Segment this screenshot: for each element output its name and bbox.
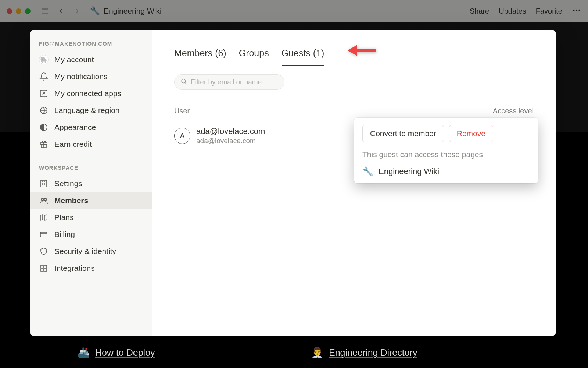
tab-guests[interactable]: Guests (1) [282,44,325,66]
shield-icon [39,247,49,256]
filter-input[interactable] [191,78,278,86]
sidebar-item-label: Language & region [54,106,120,115]
sidebar-heading-account: FIG@MAKENOTION.COM [30,38,152,51]
avatar-icon: 🐘 [39,55,49,64]
sidebar-item-members[interactable]: Members [30,192,152,209]
sidebar-item-label: Integrations [54,264,95,273]
svg-rect-17 [41,269,43,271]
remove-guest-button[interactable]: Remove [449,125,493,142]
background-page-item: 👨‍💼 Engineering Directory [311,347,417,359]
sidebar-item-label: Appearance [54,123,96,132]
page-link-label: Engineering Directory [329,347,417,358]
sidebar-item-label: Members [54,196,88,205]
popover-page-label: Engineering Wiki [379,167,439,176]
svg-point-13 [44,198,47,201]
popover-note: This guest can access these pages [362,150,530,159]
sidebar-item-integrations[interactable]: Integrations [30,260,152,277]
sidebar-item-label: Earn credit [54,140,92,149]
bell-icon [39,72,49,81]
sidebar-item-language-region[interactable]: Language & region [30,102,152,119]
page-link-label: How to Deploy [95,347,155,358]
page-emoji-icon: 🚢 [77,347,90,359]
building-icon [39,179,49,188]
map-icon [39,213,49,222]
svg-rect-15 [41,265,43,268]
sidebar-item-label: Settings [54,179,82,188]
sidebar-item-appearance[interactable]: Appearance [30,119,152,136]
tab-groups[interactable]: Groups [239,44,269,66]
sidebar-item-label: My connected apps [54,89,121,98]
svg-point-12 [42,198,44,201]
credit-card-icon [39,230,49,239]
guest-name: ada@lovelace.com [196,127,265,136]
column-access: Access level [493,107,534,115]
popover-page-item[interactable]: 🔧 Engineering Wiki [362,166,530,177]
sidebar-item-label: Security & identity [54,247,116,256]
tab-members[interactable]: Members (6) [174,44,226,66]
svg-rect-16 [44,265,47,268]
search-icon [180,78,187,86]
sidebar-item-billing[interactable]: Billing [30,226,152,243]
background-page-list: 🚢 How to Deploy 👨‍💼 Engineering Director… [0,336,588,365]
sidebar-item-plans[interactable]: Plans [30,209,152,226]
page-emoji-icon: 🔧 [362,166,373,177]
grid-icon [39,263,49,273]
svg-point-21 [182,79,186,83]
moon-icon [39,123,49,132]
guest-email: ada@lovelace.com [196,137,265,145]
svg-rect-14 [40,232,47,237]
settings-sidebar: FIG@MAKENOTION.COM 🐘 My account My notif… [30,30,152,336]
svg-rect-18 [44,269,47,271]
sidebar-item-label: Plans [54,213,74,222]
background-page-item: 🚢 How to Deploy [77,347,155,359]
sidebar-item-label: Billing [54,230,75,239]
svg-line-22 [185,82,186,84]
sidebar-item-earn-credit[interactable]: Earn credit [30,136,152,153]
callout-arrow-icon [347,42,376,60]
guest-user-cell: A ada@lovelace.com ada@lovelace.com [174,127,265,145]
globe-icon [39,106,49,115]
sidebar-item-connected-apps[interactable]: My connected apps [30,85,152,102]
sidebar-item-label: My notifications [54,72,108,81]
sidebar-item-security[interactable]: Security & identity [30,243,152,260]
external-link-icon [39,89,49,98]
sidebar-heading-workspace: WORKSPACE [30,162,152,175]
sidebar-item-notifications[interactable]: My notifications [30,68,152,85]
svg-rect-11 [41,180,47,187]
gift-icon [39,139,49,149]
guest-access-popover: Convert to member Remove This guest can … [354,118,538,183]
column-user: User [174,107,190,115]
sidebar-item-settings[interactable]: Settings [30,175,152,192]
guest-avatar: A [174,128,190,144]
sidebar-item-my-account[interactable]: 🐘 My account [30,51,152,68]
page-emoji-icon: 👨‍💼 [311,347,324,359]
people-icon [39,196,49,205]
svg-marker-20 [348,45,357,56]
sidebar-item-label: My account [54,55,94,64]
convert-to-member-button[interactable]: Convert to member [362,125,444,142]
filter-search[interactable] [174,74,284,90]
